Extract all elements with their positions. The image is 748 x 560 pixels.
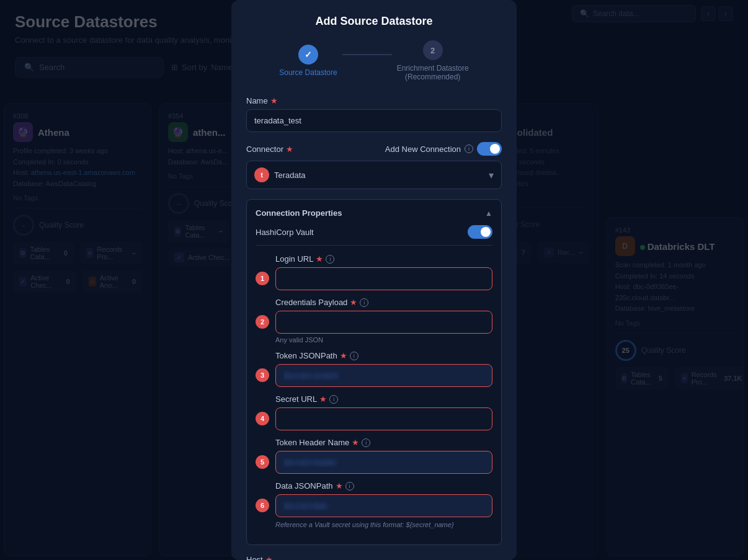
vault-toggle[interactable] xyxy=(468,225,492,239)
step-2-circle: 2 xyxy=(423,40,443,60)
required-star-2: ★ xyxy=(286,144,293,154)
token-jsonpath-label: Token JSONPath ★ i xyxy=(275,351,492,360)
data-jsonpath-field: Data JSONPath ★ i Reference a Vault secr… xyxy=(275,481,492,528)
vault-row: HashiCorp Vault xyxy=(256,225,492,246)
info-icon-conn[interactable]: i xyxy=(465,144,473,153)
data-jsonpath-field-row: 6 Data JSONPath ★ i Reference a Vault se… xyxy=(256,481,492,528)
req-star: ★ xyxy=(319,394,327,404)
host-field-group: Host ★ xyxy=(246,555,502,560)
host-label: Host ★ xyxy=(246,555,502,560)
secret-url-field: Secret URL ★ i xyxy=(275,394,492,430)
add-source-datastore-modal: Add Source Datastore ✓ Source Datastore … xyxy=(231,0,517,560)
step-1-label: Source Datastore xyxy=(279,68,337,77)
token-jsonpath-field-row: 3 Token JSONPath ★ i xyxy=(256,351,492,387)
data-jsonpath-label: Data JSONPath ★ i xyxy=(275,481,492,491)
req-star: ★ xyxy=(340,351,347,360)
token-header-info-icon[interactable]: i xyxy=(362,438,370,447)
connection-properties: Connection Properties ▲ HashiCorp Vault … xyxy=(246,199,502,545)
step-1-circle: ✓ xyxy=(298,45,318,64)
step-badge-5: 5 xyxy=(256,455,269,469)
secret-url-info-icon[interactable]: i xyxy=(329,395,338,404)
teradata-icon: t xyxy=(254,167,269,182)
step-badge-4: 4 xyxy=(256,412,269,425)
step-badge-1: 1 xyxy=(256,272,269,285)
token-header-field-row: 5 Token Header Name ★ i xyxy=(256,438,492,474)
name-field-group: Name ★ xyxy=(246,96,502,132)
name-input[interactable] xyxy=(246,109,502,132)
credentials-payload-input[interactable] xyxy=(275,311,492,334)
login-url-input[interactable] xyxy=(275,267,492,290)
connector-row: Connector ★ Add New Connection i xyxy=(246,142,502,156)
add-connection-label: Add New Connection i xyxy=(385,142,502,156)
req-star: ★ xyxy=(352,438,359,447)
step-2-label: Enrichment Datastore (Recommended) xyxy=(397,64,469,81)
conn-props-title: Connection Properties xyxy=(256,208,342,218)
step-badge-3: 3 xyxy=(256,368,269,382)
token-header-field: Token Header Name ★ i xyxy=(275,438,492,474)
token-jsonpath-info-icon[interactable]: i xyxy=(350,352,358,360)
data-jsonpath-input[interactable] xyxy=(275,494,492,517)
req-star: ★ xyxy=(336,481,343,491)
token-jsonpath-field: Token JSONPath ★ i xyxy=(275,351,492,387)
add-connection-toggle[interactable] xyxy=(477,142,502,156)
data-jsonpath-info-icon[interactable]: i xyxy=(345,482,354,491)
credentials-field: Credentials Payload ★ i Any valid JSON xyxy=(275,298,492,344)
credentials-field-row: 2 Credentials Payload ★ i Any valid JSON xyxy=(256,298,492,344)
step-1: ✓ Source Datastore xyxy=(279,45,337,77)
step-line xyxy=(342,54,392,55)
name-label: Name ★ xyxy=(246,96,502,105)
secret-url-input[interactable] xyxy=(275,407,492,430)
step-badge-2: 2 xyxy=(256,315,269,329)
login-url-info-icon[interactable]: i xyxy=(326,255,334,264)
vault-label: HashiCorp Vault xyxy=(256,228,314,237)
token-header-label: Token Header Name ★ i xyxy=(275,438,492,447)
modal-title: Add Source Datastore xyxy=(246,15,502,28)
secret-url-field-row: 4 Secret URL ★ i xyxy=(256,394,492,430)
conn-props-header: Connection Properties ▲ xyxy=(256,208,492,218)
login-url-field-row: 1 Login URL ★ i xyxy=(256,254,492,290)
chevron-down-icon: ▾ xyxy=(489,169,494,181)
token-header-input[interactable] xyxy=(275,451,492,474)
step-2: 2 Enrichment Datastore (Recommended) xyxy=(397,40,469,81)
step-badge-6: 6 xyxy=(256,499,269,512)
credentials-hint: Any valid JSON xyxy=(275,336,492,344)
login-url-field: Login URL ★ i xyxy=(275,254,492,290)
req-star: ★ xyxy=(350,298,357,307)
connector-label: Connector ★ xyxy=(246,144,293,154)
connector-select[interactable]: t Teradata ▾ xyxy=(246,161,502,189)
connector-value: Teradata xyxy=(274,171,484,180)
cred-info-icon[interactable]: i xyxy=(360,298,368,307)
required-star-host: ★ xyxy=(265,555,273,560)
secret-url-label: Secret URL ★ i xyxy=(275,394,492,404)
collapse-icon[interactable]: ▲ xyxy=(485,209,492,218)
credentials-label: Credentials Payload ★ i xyxy=(275,298,492,307)
token-jsonpath-input[interactable] xyxy=(275,364,492,387)
req-star: ★ xyxy=(316,254,323,264)
stepper: ✓ Source Datastore 2 Enrichment Datastor… xyxy=(246,40,502,81)
required-star: ★ xyxy=(270,96,278,105)
login-url-label: Login URL ★ i xyxy=(275,254,492,264)
vault-hint: Reference a Vault secret using this form… xyxy=(275,521,492,528)
